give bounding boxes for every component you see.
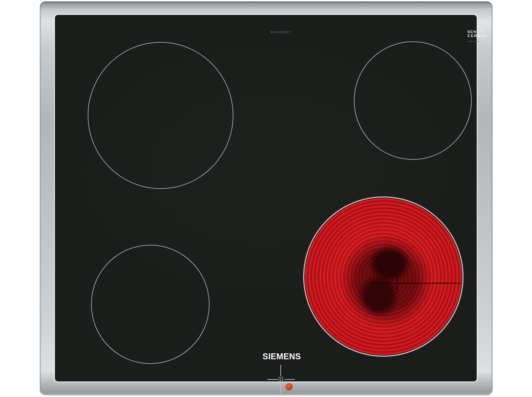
schott-logo-line2: CERAN® <box>467 34 491 38</box>
heating-zone-bottom-right-active <box>303 197 463 357</box>
hot-surface-indicator-dot <box>285 383 293 390</box>
cooktop-frame: EA645GE17 SCHOTT CERAN® 0001002318 SIEME… <box>40 2 492 395</box>
radiant-element-connector <box>397 275 398 291</box>
pan-positioning-cross-vertical-top <box>280 365 281 376</box>
siemens-logo: SIEMENS <box>260 352 303 361</box>
heating-zone-top-right <box>354 41 472 160</box>
ceramic-glass-surface: EA645GE17 SCHOTT CERAN® 0001002318 SIEME… <box>55 15 477 381</box>
ceran-small-code: 0001002318 <box>468 40 491 42</box>
heating-zone-top-left <box>88 42 233 189</box>
product-image: EA645GE17 SCHOTT CERAN® 0001002318 SIEME… <box>0 0 532 397</box>
radiant-element-seam-line <box>369 283 463 284</box>
model-code-label: EA645GE17 <box>248 30 314 34</box>
heating-zone-bottom-left <box>91 245 210 364</box>
radiant-element-texture <box>304 198 462 356</box>
pan-positioning-cross-vertical-bottom <box>280 383 281 394</box>
residual-heat-icon <box>278 376 284 382</box>
schott-ceran-logo: SCHOTT CERAN® 0001002318 <box>467 30 491 42</box>
pan-positioning-cross-horizontal-left <box>267 379 278 380</box>
schott-logo-line1: SCHOTT <box>467 30 491 34</box>
pan-positioning-cross-horizontal-right <box>284 379 295 380</box>
